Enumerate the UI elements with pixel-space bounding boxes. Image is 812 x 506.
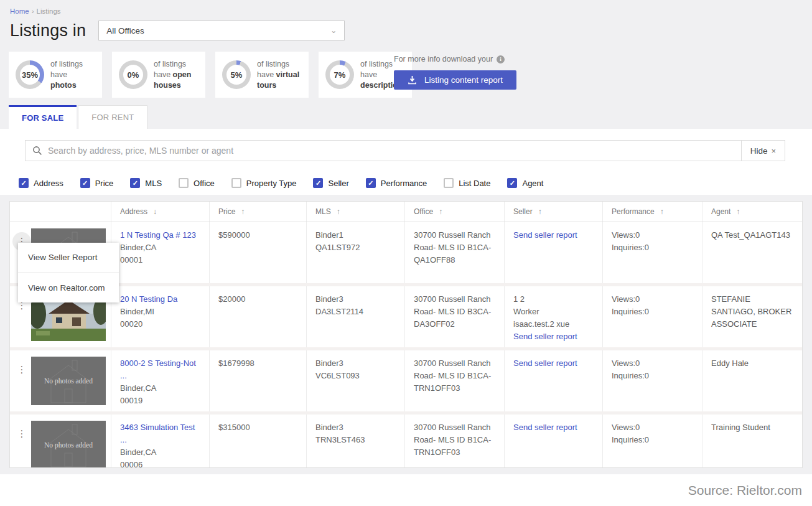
sort-desc-icon[interactable]: ↓ <box>153 207 157 216</box>
header-address[interactable]: Address↓ <box>111 202 209 222</box>
checkbox-checked-icon[interactable]: ✓ <box>313 178 323 188</box>
stat-percent: 7% <box>334 70 346 80</box>
sort-asc-icon[interactable]: ↑ <box>736 207 740 216</box>
address-link[interactable]: 20 N Testing Da <box>120 293 202 306</box>
seller-line: 1 2 <box>513 293 595 306</box>
search-box <box>25 140 742 161</box>
filter-seller[interactable]: ✓ Seller <box>313 178 348 188</box>
views-count: Views:0 <box>612 293 694 306</box>
office-cell: 30700 Russell Ranch Road- MLS ID B3CA-DA… <box>404 286 504 347</box>
address-city: Binder,MI <box>120 306 202 318</box>
office-filter-dropdown[interactable]: All Offices ⌄ <box>98 21 345 40</box>
seller-cell: 1 2 Worker isaac.test.2 xue Send seller … <box>504 286 602 347</box>
search-row: Hide × <box>25 140 785 161</box>
address-cell: 20 N Testing Da Binder,MI 00020 <box>111 286 209 347</box>
sort-asc-icon[interactable]: ↑ <box>241 207 245 216</box>
header-agent[interactable]: Agent↑ <box>702 202 802 222</box>
donut-chart-photos: 35% <box>16 60 44 89</box>
filter-price[interactable]: ✓ Price <box>80 178 114 188</box>
address-link[interactable]: 8000-2 S Testing-Not ... <box>120 357 202 382</box>
price-cell: $590000 <box>209 222 306 283</box>
filter-property-type[interactable]: Property Type <box>231 178 297 188</box>
send-seller-report-link[interactable]: Send seller report <box>513 332 577 341</box>
address-zip: 00001 <box>120 254 202 266</box>
row-menu-kebab-icon[interactable]: ⋮ <box>12 360 31 379</box>
checkbox-checked-icon[interactable]: ✓ <box>507 178 517 188</box>
send-seller-report-link[interactable]: Send seller report <box>513 358 577 368</box>
mls-cell: Binder3 TRN3LST463 <box>306 415 404 468</box>
agent-cell: QA Test_QA1AGT143 <box>702 222 802 283</box>
inquiries-count: Inquiries:0 <box>612 306 694 318</box>
listing-thumbnail-no-photo[interactable]: No photos added <box>31 421 106 468</box>
send-seller-report-link[interactable]: Send seller report <box>513 423 577 432</box>
checkbox-unchecked-icon[interactable] <box>231 178 241 188</box>
stat-percent: 5% <box>231 70 243 80</box>
menu-item-view-seller-report[interactable]: View Seller Report <box>18 243 119 273</box>
search-filter-panel: Hide × ✓ Address ✓ Price ✓ MLS Office Pr… <box>0 129 812 195</box>
table-row: ⋮ 1 N Testing Qa # 123 Binder,CA 00001 $… <box>10 222 802 286</box>
tab-for-rent[interactable]: FOR RENT <box>78 105 147 129</box>
checkbox-checked-icon[interactable]: ✓ <box>80 178 90 188</box>
address-link[interactable]: 1 N Testing Qa # 123 <box>120 229 202 241</box>
hide-search-button[interactable]: Hide × <box>742 140 785 161</box>
listing-content-report-button[interactable]: Listing content report <box>394 70 516 90</box>
views-count: Views:0 <box>612 357 694 370</box>
stat-label: of listings have open houses <box>154 59 198 91</box>
sort-asc-icon[interactable]: ↑ <box>337 207 340 216</box>
menu-item-view-on-realtor[interactable]: View on Realtor.com <box>18 273 119 302</box>
no-photos-label: No photos added <box>31 439 106 451</box>
filter-office[interactable]: Office <box>179 178 215 188</box>
mls-cell: Binder1 QA1LST972 <box>306 222 404 283</box>
checkbox-checked-icon[interactable]: ✓ <box>19 178 29 188</box>
office-filter-value: All Offices <box>106 26 144 35</box>
breadcrumb-home-link[interactable]: Home <box>10 7 29 15</box>
tab-for-sale[interactable]: FOR SALE <box>9 105 77 129</box>
inquiries-count: Inquiries:0 <box>612 370 694 382</box>
performance-cell: Views:0 Inquiries:0 <box>602 222 702 283</box>
sort-asc-icon[interactable]: ↑ <box>439 207 442 216</box>
no-photos-label: No photos added <box>31 375 106 387</box>
address-zip: 00006 <box>120 459 202 468</box>
header-performance[interactable]: Performance↑ <box>602 202 702 222</box>
table-row: ⋮ No photos added 8000-2 S Testing-Not .… <box>10 350 802 415</box>
filter-performance[interactable]: ✓ Performance <box>366 178 427 188</box>
sort-asc-icon[interactable]: ↑ <box>660 207 664 216</box>
checkbox-unchecked-icon[interactable] <box>179 178 189 188</box>
checkbox-checked-icon[interactable]: ✓ <box>366 178 376 188</box>
info-icon[interactable]: i <box>497 55 505 63</box>
header-price[interactable]: Price↑ <box>209 202 306 222</box>
seller-cell: Send seller report <box>504 415 602 468</box>
checkbox-checked-icon[interactable]: ✓ <box>130 178 140 188</box>
header-mls[interactable]: MLS↑ <box>306 202 404 222</box>
listing-thumbnail-no-photo[interactable]: No photos added <box>31 357 106 405</box>
address-zip: 00019 <box>120 395 202 407</box>
table-row: ⋮ No photos added 3463 Simulation Test .… <box>10 415 802 468</box>
donut-chart-descriptions: 7% <box>325 60 354 89</box>
office-cell: 30700 Russell Ranch Road- MLS ID B1CA-TR… <box>404 415 504 468</box>
filter-address[interactable]: ✓ Address <box>19 178 63 188</box>
row-menu-kebab-icon[interactable]: ⋮ <box>12 424 31 443</box>
filter-mls[interactable]: ✓ MLS <box>130 178 162 188</box>
address-link[interactable]: 3463 Simulation Test ... <box>120 421 202 446</box>
filter-list-date[interactable]: List Date <box>444 178 490 188</box>
address-cell: 1 N Testing Qa # 123 Binder,CA 00001 <box>111 222 209 283</box>
footer-strip: Source: Rieltor.com <box>0 474 812 506</box>
search-input[interactable] <box>48 146 741 156</box>
thumbnail-cell: ⋮ No photos added <box>10 415 111 468</box>
address-city: Binder,CA <box>120 241 202 254</box>
stat-card-open-houses: 0% of listings have open houses <box>112 52 205 98</box>
sort-asc-icon[interactable]: ↑ <box>538 207 542 216</box>
filter-agent[interactable]: ✓ Agent <box>507 178 543 188</box>
address-cell: 3463 Simulation Test ... Binder,CA 00006 <box>111 415 209 468</box>
price-cell: $315000 <box>209 415 306 468</box>
seller-line: Worker <box>513 306 595 318</box>
stat-card-photos: 35% of listings have photos <box>9 52 102 98</box>
send-seller-report-link[interactable]: Send seller report <box>513 230 577 240</box>
header-seller[interactable]: Seller↑ <box>504 202 602 222</box>
mls-cell: Binder3 DA3LST2114 <box>306 286 404 347</box>
header-office[interactable]: Office↑ <box>404 202 504 222</box>
checkbox-unchecked-icon[interactable] <box>444 178 454 188</box>
stat-label: of listings have photos <box>50 59 95 91</box>
mls-cell: Binder3 VC6LST093 <box>306 350 404 411</box>
report-info-text: For more info download your i <box>394 55 516 63</box>
